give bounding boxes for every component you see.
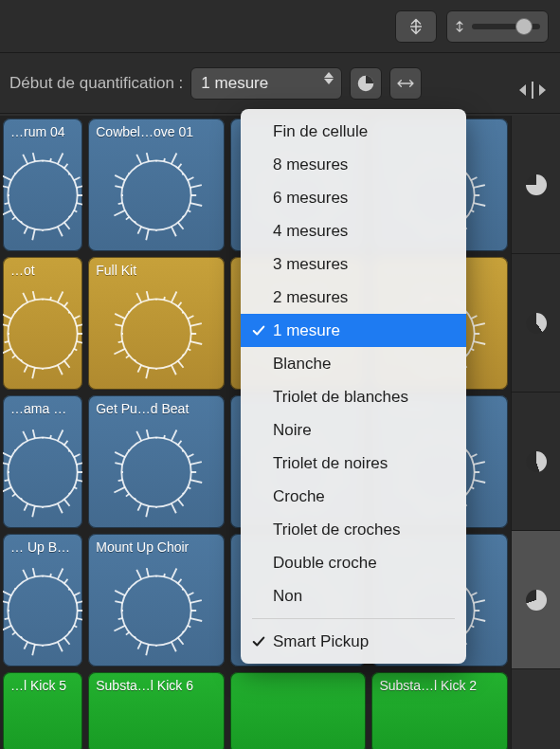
grid-row: …l Kick 5Substa…l Kick 6Substa…l Kick 2 — [0, 669, 511, 749]
menu-item-label: Croche — [273, 487, 325, 506]
svg-line-289 — [182, 450, 183, 451]
svg-line-238 — [69, 493, 70, 494]
svg-line-267 — [183, 493, 184, 494]
menu-item-smart-pickup[interactable]: Smart Pickup — [241, 625, 466, 658]
svg-line-288 — [178, 441, 182, 446]
svg-point-263 — [121, 438, 190, 507]
svg-line-207 — [474, 341, 485, 344]
waveform-icon — [104, 282, 208, 386]
horizontal-zoom-slider[interactable] — [446, 10, 549, 43]
menu-item[interactable]: 8 mesures — [241, 148, 466, 181]
quantize-start-menu[interactable]: Fin de cellule8 mesures6 mesures4 mesure… — [241, 109, 466, 664]
svg-line-149 — [190, 341, 202, 344]
svg-line-27 — [64, 164, 68, 169]
loop-cell-title: Mount Up Choir — [88, 534, 225, 555]
menu-item[interactable]: Croche — [241, 480, 466, 513]
svg-line-284 — [147, 429, 149, 438]
menu-item[interactable]: 3 mesures — [241, 247, 466, 281]
slider-track[interactable] — [472, 24, 540, 29]
menu-item-label: Triolet de noires — [273, 454, 388, 473]
loop-cell-title: Get Pu…d Beat — [88, 395, 225, 416]
loop-cell[interactable]: … Up Bells — [3, 534, 82, 667]
menu-item[interactable]: Noire — [241, 413, 466, 447]
loop-cell[interactable]: …l Kick 5 — [3, 672, 82, 749]
svg-line-251 — [3, 452, 11, 457]
svg-line-54 — [164, 158, 165, 161]
menu-item[interactable]: Triolet de noires — [241, 447, 466, 480]
svg-line-376 — [68, 589, 69, 590]
menu-item[interactable]: Double croche — [241, 546, 466, 579]
loop-cell[interactable]: Substa…l Kick 2 — [371, 672, 508, 749]
svg-line-167 — [136, 293, 141, 302]
svg-line-127 — [32, 368, 35, 379]
top-toolbar — [0, 0, 560, 53]
svg-point-118 — [8, 300, 77, 369]
svg-line-58 — [188, 177, 193, 180]
menu-item[interactable]: 6 mesures — [241, 181, 466, 214]
loop-cell[interactable]: Get Pu…d Beat — [88, 395, 225, 528]
svg-line-364 — [5, 618, 9, 619]
loop-cell[interactable]: Mount Up Choir — [88, 534, 225, 667]
svg-line-254 — [23, 431, 27, 441]
svg-line-246 — [12, 494, 15, 497]
menu-item-label: 6 mesures — [273, 189, 348, 208]
svg-line-158 — [135, 360, 135, 361]
menu-item[interactable]: Blanche — [241, 347, 466, 380]
svg-line-34 — [188, 210, 190, 212]
menu-item[interactable]: Triolet de blanches — [241, 380, 466, 413]
svg-line-150 — [188, 349, 190, 351]
svg-point-350 — [8, 576, 77, 646]
svg-line-393 — [118, 618, 123, 619]
link-horizontal-icon — [396, 77, 415, 90]
menu-item[interactable]: Triolet de croches — [241, 513, 466, 546]
waveform-icon — [3, 420, 82, 524]
vertical-zoom-button[interactable] — [395, 10, 437, 43]
loop-cell[interactable] — [230, 672, 367, 749]
svg-line-163 — [115, 324, 122, 326]
svg-line-353 — [74, 626, 77, 628]
svg-line-269 — [172, 503, 176, 513]
loop-cell[interactable]: …rum 04 — [3, 119, 82, 251]
link-mode-button[interactable] — [389, 67, 422, 100]
row-pie-cell[interactable] — [512, 254, 560, 393]
menu-item[interactable]: 4 mesures — [241, 214, 466, 247]
svg-line-279 — [115, 463, 122, 465]
loop-cell[interactable]: Cowbel…ove 01 — [88, 119, 225, 251]
svg-line-323 — [474, 480, 485, 483]
loop-cell-title: …ama Beat — [3, 395, 82, 416]
menu-item-label: Fin de cellule — [273, 122, 368, 141]
loop-cell[interactable]: …ama Beat — [3, 395, 82, 528]
svg-line-259 — [64, 441, 68, 446]
svg-line-175 — [190, 323, 202, 326]
menu-item[interactable]: Fin de cellule — [241, 115, 466, 148]
row-pie-cell[interactable] — [512, 116, 560, 254]
svg-line-26 — [58, 154, 63, 164]
row-pie-cell[interactable] — [512, 531, 560, 669]
svg-point-234 — [8, 438, 77, 507]
pie-mode-button[interactable] — [350, 67, 382, 100]
svg-line-157 — [137, 365, 141, 373]
menu-item[interactable]: 2 mesures — [241, 281, 466, 314]
svg-line-129 — [21, 360, 22, 361]
loop-cell[interactable]: …ot — [3, 257, 82, 390]
svg-line-208 — [471, 349, 474, 351]
svg-line-16 — [5, 203, 9, 204]
menu-item[interactable]: 1 mesure — [241, 314, 466, 347]
svg-line-131 — [3, 349, 11, 355]
svg-line-465 — [474, 600, 485, 603]
svg-line-373 — [50, 574, 51, 576]
menu-item[interactable]: Non — [241, 579, 466, 612]
svg-line-464 — [471, 593, 477, 595]
svg-point-379 — [121, 576, 190, 646]
svg-line-232 — [471, 316, 477, 319]
loop-cell-title: …l Kick 5 — [3, 672, 82, 693]
row-pie-cell[interactable] — [512, 393, 560, 531]
loop-cell[interactable]: Full Kit — [88, 257, 225, 390]
slider-thumb[interactable] — [515, 18, 533, 35]
loop-cell[interactable]: Substa…l Kick 6 — [88, 672, 225, 749]
menu-item-label: 1 mesure — [273, 321, 340, 340]
svg-line-12 — [25, 227, 28, 234]
svg-line-378 — [77, 600, 82, 603]
quantize-start-popup[interactable]: 1 mesure — [190, 67, 342, 100]
svg-line-29 — [74, 177, 80, 180]
